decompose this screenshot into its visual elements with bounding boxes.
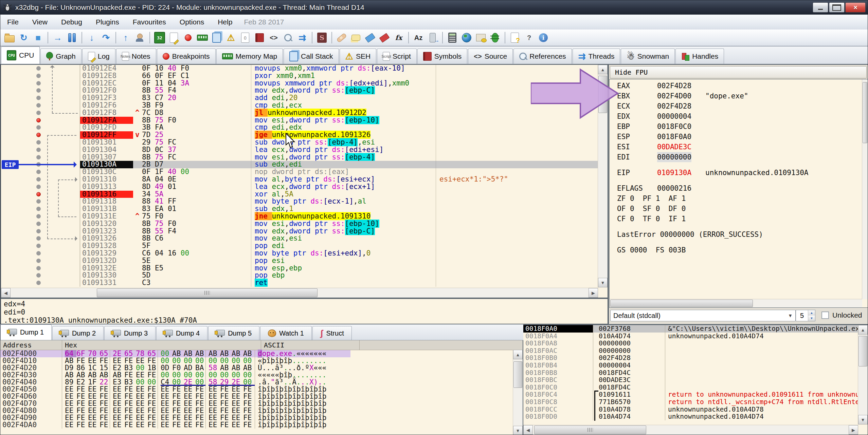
instruction-dot[interactable] bbox=[36, 244, 41, 248]
disasm-row[interactable]: 010912FFv7D 25jge unknownunpacked.109132… bbox=[1, 131, 598, 139]
register-row[interactable]: EFLAGS00000216 bbox=[610, 183, 862, 193]
stack-row[interactable]: 0018F0AC00000000 bbox=[523, 347, 868, 355]
disasm-instruction[interactable]: mov esi,dword ptr ss:[ebp-4] bbox=[251, 154, 436, 161]
disasm-bytes[interactable]: C3 bbox=[133, 279, 251, 287]
disasm-instruction[interactable]: mov eax,esi bbox=[251, 235, 436, 242]
disasm-instruction[interactable]: mov esp,ebp bbox=[251, 265, 436, 272]
disasm-bytes[interactable]: 0F 1F 40 00 bbox=[133, 168, 251, 176]
stack-address[interactable]: 0018F0B0 bbox=[523, 354, 593, 362]
disasm-bytes[interactable]: 3B FA bbox=[133, 124, 251, 131]
dump-ascii[interactable]: îþîþîþîþîþîþîþîþ bbox=[255, 400, 350, 407]
instruction-dot[interactable] bbox=[36, 96, 41, 100]
instruction-dot[interactable] bbox=[36, 88, 41, 93]
register-value[interactable]: 002F4D28 bbox=[657, 81, 691, 91]
disasm-address[interactable]: 01091313 bbox=[80, 183, 133, 191]
disasm-row[interactable]: 010912F08B 55 F4mov edx,dword ptr ss:[eb… bbox=[1, 87, 598, 94]
step-into-icon[interactable]: ↓ bbox=[85, 31, 98, 44]
instruction-dot[interactable] bbox=[36, 185, 41, 189]
disasm-bytes[interactable]: 83 C7 20 bbox=[133, 94, 251, 102]
stack-address[interactable]: 0018F0AC bbox=[523, 347, 593, 355]
dump-ascii[interactable]: dope.exe.««««««« bbox=[255, 350, 350, 357]
disasm-instruction[interactable]: mov byte ptr ds:[esi+edx],0 bbox=[251, 250, 436, 257]
dump-ascii[interactable]: îþîþîþîþîþîþîþîþ bbox=[255, 414, 350, 421]
disasm-row[interactable]: 010912F8^7C D8jl unknownunpacked.10912D2 bbox=[1, 109, 598, 117]
disasm-bytes[interactable]: 8D 0C 37 bbox=[133, 146, 251, 154]
disasm-row[interactable]: 010913108A 04 0Emov al,byte ptr ds:[esi+… bbox=[1, 176, 598, 183]
stack-row[interactable]: 0018F0C00018FD4C bbox=[523, 384, 868, 391]
stack-address[interactable]: 0018F0A8 bbox=[523, 340, 593, 347]
disasm-address[interactable]: 0109131E bbox=[80, 213, 133, 220]
register-row[interactable]: EBP0018F0C0 bbox=[610, 121, 862, 132]
stack-row[interactable]: 0018F0B80018FD4C bbox=[523, 369, 868, 377]
stack-address[interactable]: 0018F0A4 bbox=[523, 333, 593, 340]
register-row[interactable]: EBX002F4D00"dope.exe" bbox=[610, 91, 862, 101]
disasm-row[interactable]: 0109131B83 EA 01sub edx,1 bbox=[1, 205, 598, 213]
disasm-bytes[interactable]: ^75 F0 bbox=[133, 213, 251, 220]
dump-address[interactable]: 002F4D40 bbox=[0, 379, 62, 386]
disasm-row[interactable]: 0109131E^75 F0jne unknownunpacked.109131… bbox=[1, 213, 598, 220]
stack-value[interactable]: 00000004 bbox=[593, 362, 665, 369]
registers-horizontal-scrollbar[interactable] bbox=[610, 299, 862, 307]
disasm-address[interactable]: 010912FF bbox=[80, 131, 133, 139]
register-value[interactable]: 002F4D00 bbox=[657, 91, 691, 101]
disasm-instruction[interactable]: mov edx,dword ptr ss:[ebp-C] bbox=[251, 87, 436, 94]
stack-address[interactable]: 0018F0C8 bbox=[523, 398, 593, 406]
breakpoint-dot[interactable] bbox=[36, 192, 41, 196]
disasm-address[interactable]: 01091310 bbox=[80, 176, 133, 183]
hide-fpu-button[interactable]: Hide FPU bbox=[610, 66, 867, 78]
dump-address[interactable]: 002F4D10 bbox=[0, 357, 62, 364]
register-value[interactable]: 00000000 bbox=[657, 152, 691, 162]
disasm-bytes[interactable]: 8D 49 01 bbox=[133, 183, 251, 191]
disasm-address[interactable]: 010912FD bbox=[80, 124, 133, 131]
disasm-instruction[interactable]: add edi,20 bbox=[251, 94, 436, 102]
tab-log[interactable]: Log bbox=[82, 49, 115, 64]
register-row[interactable]: ESP0018F0A0 bbox=[610, 132, 862, 142]
menu-debug[interactable]: Debug bbox=[54, 15, 89, 30]
register-value[interactable]: 00DADE3C bbox=[657, 142, 691, 152]
stack-value[interactable]: 0018FD4C bbox=[593, 369, 665, 377]
disasm-bytes[interactable]: 8B 75 FC bbox=[133, 154, 251, 161]
tab-threads[interactable]: ⇉Threads bbox=[573, 49, 620, 64]
register-row[interactable]: ESI00DADE3C bbox=[610, 142, 862, 152]
patch-icon[interactable] bbox=[335, 31, 348, 44]
dump-row[interactable]: 002F4D50EEFEEEFEEEFEEEFEEEFEEEFEEEFEEEFE… bbox=[0, 386, 523, 393]
register-row[interactable]: EDX00000004 bbox=[610, 111, 862, 121]
dump-row[interactable]: 002F4D20D9861C15E2B3001B0DF0ADBA58ABABAB… bbox=[0, 364, 523, 372]
disasm-address[interactable]: 010912F8 bbox=[80, 109, 133, 117]
disasm-instruction[interactable]: cmp edi,ecx bbox=[251, 102, 436, 109]
step-out-icon[interactable]: ↑ bbox=[119, 31, 132, 44]
dump-address[interactable]: 002F4DA0 bbox=[0, 421, 62, 429]
calculator-icon[interactable] bbox=[446, 31, 459, 44]
register-row[interactable]: EDI00000000 bbox=[610, 152, 862, 162]
disasm-bytes[interactable]: 8B 55 F4 bbox=[133, 87, 251, 94]
stack-row[interactable]: 0018F0A0002F3768&"C:\\Users\\victim\\Des… bbox=[523, 325, 868, 333]
restore-button[interactable] bbox=[829, 2, 845, 13]
disasm-row[interactable]: 010912EC0F 11 04 3Amovups xmmword ptr ds… bbox=[1, 80, 598, 87]
disasm-instruction[interactable]: sub edx,1 bbox=[251, 205, 436, 213]
dump-tab-dump-3[interactable]: Dump 3 bbox=[104, 326, 156, 340]
stack-address[interactable]: 0018F0A0 bbox=[523, 325, 593, 333]
dump-address[interactable]: 002F4D70 bbox=[0, 400, 62, 407]
disasm-bytes[interactable]: 5F bbox=[133, 242, 251, 250]
whats-this-icon[interactable]: ? bbox=[522, 31, 536, 44]
dump-row[interactable]: 002F4D90EEFEEEFEEEFEEEFEEEFEEEFEEEFEEEFE… bbox=[0, 414, 523, 421]
disasm-bytes[interactable]: 5E bbox=[133, 257, 251, 265]
instruction-dot[interactable] bbox=[36, 66, 41, 71]
register-row[interactable]: ECX002F4D28 bbox=[610, 101, 862, 111]
references-icon[interactable] bbox=[281, 31, 295, 44]
dump-ascii[interactable]: «þîþîþîþ........ bbox=[255, 357, 350, 364]
instruction-dot[interactable] bbox=[36, 229, 41, 233]
instruction-dot[interactable] bbox=[36, 207, 41, 211]
disasm-instruction[interactable]: sub edx,edi bbox=[251, 161, 436, 168]
tab-memory-map[interactable]: Memory Map bbox=[216, 49, 283, 64]
disasm-address[interactable]: 0109130C bbox=[80, 168, 133, 176]
dump-header-ascii[interactable]: ASCII bbox=[261, 340, 360, 350]
disasm-row[interactable]: 01091331C3ret bbox=[1, 279, 598, 287]
disasm-bytes[interactable]: 88 41 FF bbox=[133, 198, 251, 205]
disasm-row[interactable]: 0109130A2B D7sub edx,edi bbox=[1, 161, 598, 168]
open-file-icon[interactable] bbox=[3, 31, 16, 44]
register-value[interactable]: 00000004 bbox=[657, 111, 691, 121]
disasm-address[interactable]: 01091326 bbox=[80, 235, 133, 242]
disasm-instruction[interactable]: nop dword ptr ds:[eax] bbox=[251, 168, 436, 176]
run-icon[interactable]: → bbox=[51, 31, 65, 44]
